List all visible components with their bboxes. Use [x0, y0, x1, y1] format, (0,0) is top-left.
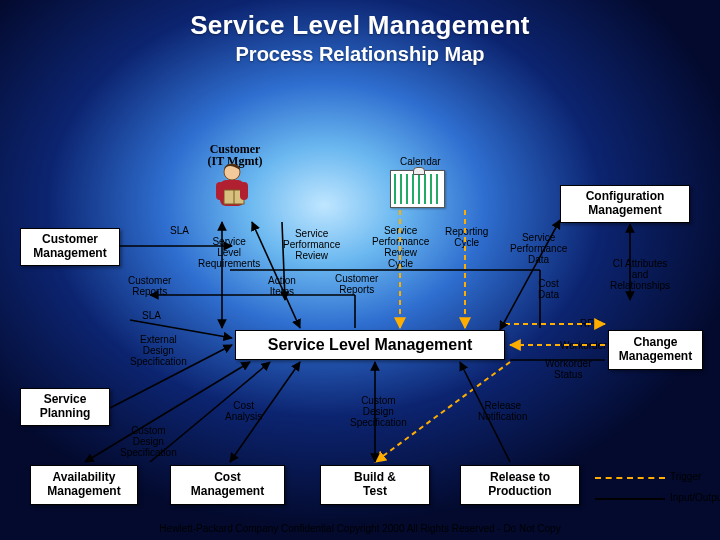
footer-copyright: Hewlett-Packard Company Confidential Cop…: [0, 523, 720, 534]
label-cost-analysis: CostAnalysis: [225, 400, 262, 422]
label-workorder-status: WorkorderStatus: [545, 358, 592, 380]
label-reporting-cycle: ReportingCycle: [445, 226, 488, 248]
label-external-design-spec: ExternalDesignSpecification: [130, 334, 187, 367]
box-release-to-production: Release toProduction: [460, 465, 580, 505]
label-custom-design-spec-mid: CustomDesignSpecification: [350, 395, 407, 428]
label-service-performance-review: ServicePerformanceReview: [283, 228, 340, 261]
label-ci-attributes: CI AttributesandRelationships: [610, 258, 670, 291]
box-build-test: Build &Test: [320, 465, 430, 505]
legend-io-label: Input/Output: [670, 492, 720, 503]
svg-rect-5: [240, 182, 248, 200]
calendar-icon: [390, 170, 445, 208]
page-title: Service Level Management: [0, 10, 720, 41]
calendar-label: Calendar: [400, 156, 441, 167]
customer-icon: [202, 160, 262, 220]
box-configuration-management: ConfigurationManagement: [560, 185, 690, 223]
box-availability-management: AvailabilityManagement: [30, 465, 138, 505]
label-service-performance-data: ServicePerformanceData: [510, 232, 567, 265]
label-sla-side: SLA: [142, 310, 161, 321]
label-sla-top: SLA: [170, 225, 189, 236]
label-release-notification: ReleaseNotification: [478, 400, 527, 422]
legend-trigger-label: Trigger: [670, 471, 701, 482]
box-service-planning: ServicePlanning: [20, 388, 110, 426]
label-customer-reports-right: CustomerReports: [335, 273, 378, 295]
box-change-management: ChangeManagement: [608, 330, 703, 370]
legend-io-line: [595, 498, 665, 500]
legend-trigger-line: [595, 477, 665, 479]
page-subtitle: Process Relationship Map: [0, 43, 720, 66]
label-customer-reports-left: CustomerReports: [128, 275, 171, 297]
label-action-items: ActionItems: [268, 275, 296, 297]
box-customer-management: CustomerManagement: [20, 228, 120, 266]
box-cost-management: CostManagement: [170, 465, 285, 505]
svg-rect-4: [216, 182, 224, 200]
label-rfc: RFC: [580, 318, 601, 329]
label-cost-data: CostData: [538, 278, 559, 300]
label-custom-design-spec-left: CustomDesignSpecification: [120, 425, 177, 458]
label-service-performance-review-cycle: ServicePerformanceReviewCycle: [372, 225, 429, 269]
label-workorder: Workorder: [560, 340, 607, 351]
label-service-level-requirements: ServiceLevelRequirements: [198, 236, 260, 269]
box-service-level-management: Service Level Management: [235, 330, 505, 360]
